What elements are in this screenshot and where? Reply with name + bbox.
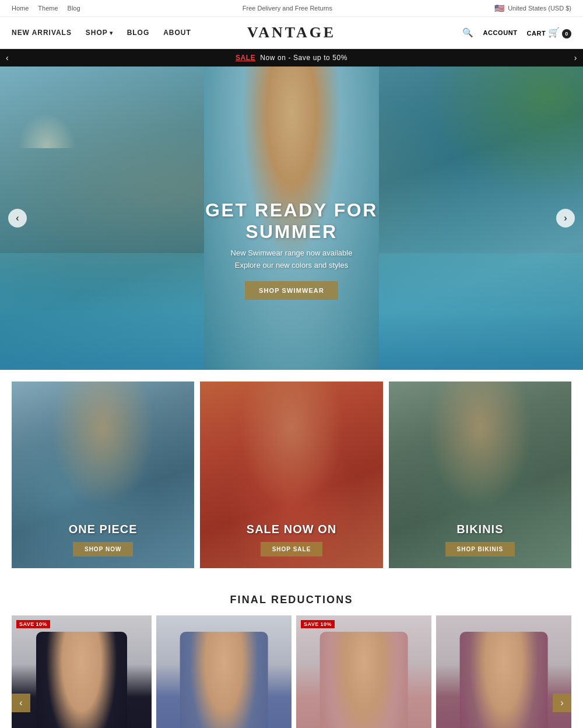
products-wrapper: ‹ SAVE 10% SAVE 10% <box>0 615 583 728</box>
cart-count: 0 <box>562 29 571 38</box>
sale-banner: ‹ SALE Now on - Save up to 50% › <box>0 49 583 66</box>
account-link[interactable]: ACCOUNT <box>483 29 518 36</box>
hero-umbrella-effect <box>17 113 76 148</box>
breadcrumb-home[interactable]: Home <box>12 5 29 12</box>
nav-about[interactable]: ABOUT <box>163 29 191 37</box>
banner-prev-arrow[interactable]: ‹ <box>6 53 9 62</box>
save-badge-1: SAVE 10% <box>16 620 50 628</box>
cart-icon: 🛒 <box>548 27 560 37</box>
category-card-sale[interactable]: SALE NOW ON SHOP SALE <box>200 382 382 568</box>
card-title-2: SALE NOW ON <box>212 523 371 536</box>
hero-subtitle-2: Explore our new colors and styles <box>175 261 408 270</box>
main-navigation: NEW ARRIVALS SHOP ▾ BLOG ABOUT VANTAGE 🔍… <box>0 17 583 49</box>
shop-swimwear-button[interactable]: SHOP SWIMWEAR <box>245 281 338 300</box>
section-title: FINAL REDUCTIONS <box>0 580 583 615</box>
products-grid: SAVE 10% SAVE 10% <box>0 615 583 728</box>
shop-now-button[interactable]: SHOP NOW <box>73 542 133 556</box>
category-card-one-piece[interactable]: ONE PIECE SHOP NOW <box>12 382 194 568</box>
hero-subtitle-1: New Swimwear range now available <box>175 249 408 257</box>
country-selector[interactable]: 🇺🇸 United States (USD $) <box>494 4 571 13</box>
breadcrumb-nav: Home Theme Blog <box>12 5 80 12</box>
delivery-message: Free Delivery and Free Returns <box>243 5 332 12</box>
products-next-button[interactable]: › <box>553 694 571 712</box>
product-image-1 <box>12 615 152 728</box>
breadcrumb-theme[interactable]: Theme <box>38 5 58 12</box>
search-icon[interactable]: 🔍 <box>462 27 474 38</box>
product-card-2[interactable] <box>156 615 292 728</box>
shop-bikinis-button[interactable]: SHOP BIKINIS <box>445 542 515 556</box>
hero-section: ‹ › GET READY FOR SUMMER New Swimwear ra… <box>0 66 583 370</box>
nav-shop-label: SHOP <box>86 29 108 37</box>
hero-foliage-effect <box>408 66 583 218</box>
product-model-4 <box>460 632 548 728</box>
category-grid: ONE PIECE SHOP NOW SALE NOW ON SHOP SALE… <box>0 370 583 580</box>
nav-new-arrivals[interactable]: NEW ARRIVALS <box>12 29 72 37</box>
product-image-2 <box>156 615 292 728</box>
card-title-3: BIKINIS <box>401 523 560 536</box>
chevron-down-icon: ▾ <box>110 30 113 36</box>
product-image-3 <box>296 615 431 728</box>
product-model-2 <box>180 632 268 728</box>
product-card-1[interactable]: SAVE 10% <box>12 615 152 728</box>
hero-next-button[interactable]: › <box>556 209 575 228</box>
product-card-3[interactable]: SAVE 10% <box>296 615 431 728</box>
product-model-3 <box>320 632 408 728</box>
shop-sale-button[interactable]: SHOP SALE <box>261 542 323 556</box>
breadcrumb-blog[interactable]: Blog <box>68 5 80 12</box>
nav-blog[interactable]: BLOG <box>127 29 150 37</box>
hero-content: GET READY FOR SUMMER New Swimwear range … <box>175 200 408 300</box>
nav-left: NEW ARRIVALS SHOP ▾ BLOG ABOUT <box>12 29 191 37</box>
flag-icon: 🇺🇸 <box>494 4 504 13</box>
card-overlay-3: BIKINIS SHOP BIKINIS <box>389 511 571 568</box>
product-card-4[interactable] <box>436 615 571 728</box>
sale-label: SALE <box>236 54 255 62</box>
save-badge-3: SAVE 10% <box>301 620 335 628</box>
cart-link[interactable]: CART 🛒 0 <box>526 27 571 38</box>
card-overlay-1: ONE PIECE SHOP NOW <box>12 511 194 568</box>
country-label: United States (USD $) <box>508 5 571 12</box>
nav-shop[interactable]: SHOP ▾ <box>86 29 113 37</box>
products-prev-button[interactable]: ‹ <box>12 694 30 712</box>
product-image-4 <box>436 615 571 728</box>
reductions-section: FINAL REDUCTIONS ‹ SAVE 10% SAVE 10% <box>0 580 583 728</box>
card-overlay-2: SALE NOW ON SHOP SALE <box>200 511 382 568</box>
category-card-bikinis[interactable]: BIKINIS SHOP BIKINIS <box>389 382 571 568</box>
top-bar: Home Theme Blog Free Delivery and Free R… <box>0 0 583 17</box>
product-model-1 <box>36 632 127 728</box>
banner-next-arrow[interactable]: › <box>574 53 577 62</box>
card-title-1: ONE PIECE <box>23 523 182 536</box>
sale-message: Now on - Save up to 50% <box>260 54 347 62</box>
site-logo[interactable]: VANTAGE <box>247 24 336 41</box>
nav-right: 🔍 ACCOUNT CART 🛒 0 <box>462 27 571 38</box>
hero-title: GET READY FOR SUMMER <box>175 200 408 243</box>
hero-prev-button[interactable]: ‹ <box>8 209 27 228</box>
